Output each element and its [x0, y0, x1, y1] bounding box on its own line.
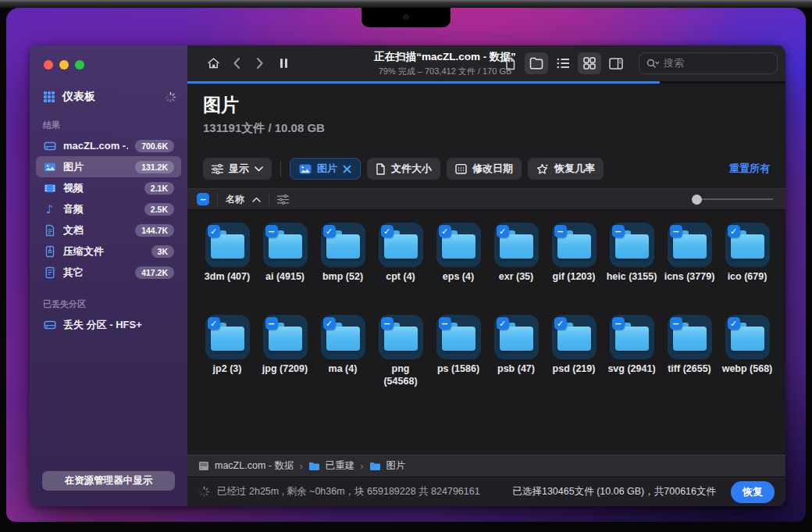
folder-tile[interactable]: ico (679): [721, 223, 773, 310]
sidebar-item-lost-partition[interactable]: 丢失 分区 - HFS+: [36, 314, 181, 335]
breadcrumb-item-source[interactable]: macZL.com - 数据: [215, 459, 294, 473]
folder-checkbox[interactable]: [497, 225, 509, 237]
folder-checkbox[interactable]: [323, 317, 336, 330]
folder-tile[interactable]: ai (4915): [259, 223, 311, 310]
count-badge: 3K: [151, 245, 174, 258]
sidebar-item-label: 其它: [63, 266, 128, 280]
folder-tile[interactable]: bmp (52): [317, 223, 369, 310]
folder-tile[interactable]: heic (3155): [606, 223, 657, 310]
folder-tile[interactable]: eps (4): [433, 223, 484, 310]
pause-scan-button[interactable]: [272, 52, 295, 74]
star-icon: [536, 163, 549, 175]
folder-checkbox[interactable]: [612, 225, 625, 237]
folder-tile[interactable]: psb (47): [490, 315, 542, 402]
sidebar-item-videos[interactable]: 视频 2.1K: [36, 177, 181, 198]
folder-tile[interactable]: webp (568): [721, 315, 773, 402]
filter-bar: 显示 图片: [187, 149, 785, 188]
icon-size-slider[interactable]: [692, 195, 773, 205]
folder-checkbox[interactable]: [612, 317, 625, 330]
zoom-window-button[interactable]: [75, 60, 84, 70]
name-column-header[interactable]: 名称: [226, 193, 244, 206]
sidebar-item-audio[interactable]: ♪ 音频 2.5K: [36, 198, 181, 220]
folder-checkbox[interactable]: [439, 317, 451, 330]
forward-button[interactable]: [248, 52, 272, 74]
breadcrumb-item-rebuilt[interactable]: 已重建: [326, 459, 355, 473]
folder-tile[interactable]: ma (4): [317, 315, 369, 402]
filter-chip-file-size[interactable]: 文件大小: [367, 158, 440, 180]
folder-label: cpt (4): [375, 271, 426, 284]
recover-button[interactable]: 恢复: [731, 481, 775, 503]
folder-checkbox[interactable]: [554, 225, 567, 237]
folder-tile[interactable]: cpt (4): [375, 223, 426, 310]
folder-checkbox[interactable]: [208, 317, 220, 330]
preview-panel-button[interactable]: [604, 52, 628, 74]
folder-checkbox[interactable]: [323, 225, 336, 237]
count-badge: 417.2K: [135, 266, 174, 279]
dashboard-grid-icon: [42, 91, 55, 103]
folder-checkbox[interactable]: [670, 225, 682, 237]
sidebar-item-documents[interactable]: 文档 144.7K: [36, 220, 181, 241]
home-button[interactable]: [201, 52, 225, 74]
sort-ascending-icon[interactable]: [252, 197, 261, 202]
folder-tile[interactable]: exr (35): [490, 223, 542, 310]
breadcrumb-item-pictures[interactable]: 图片: [386, 459, 406, 473]
slider-track: [702, 198, 773, 200]
show-filter-label: 显示: [229, 162, 249, 176]
slider-thumb[interactable]: [692, 195, 702, 205]
sidebar-item-dashboard[interactable]: 仪表板: [42, 90, 176, 104]
folder-checkbox[interactable]: [439, 225, 451, 237]
sidebar-item-label: 视频: [63, 181, 137, 195]
folder-checkbox[interactable]: [208, 225, 220, 237]
folder-checkbox[interactable]: [265, 225, 278, 237]
folder-checkbox[interactable]: [554, 317, 567, 330]
close-icon[interactable]: [343, 165, 351, 173]
reset-all-link[interactable]: 重置所有: [729, 162, 770, 176]
sidebar-item-label: 音频: [63, 202, 137, 216]
toolbar: 正在扫描“macZL.com - 数据” 79% 完成 – 703,412 文件…: [187, 45, 785, 81]
filter-chip-modify-date[interactable]: 修改日期: [447, 158, 522, 180]
folder-checkbox[interactable]: [670, 317, 682, 330]
display-wallpaper: 仪表板 结果: [6, 8, 806, 522]
filter-chip-pictures[interactable]: 图片: [290, 158, 361, 180]
show-in-explorer-button[interactable]: 在资源管理器中显示: [42, 471, 175, 491]
image-icon: [299, 164, 312, 174]
drive-icon: [43, 140, 56, 152]
minimize-window-button[interactable]: [59, 60, 69, 70]
folder-checkbox[interactable]: [265, 317, 278, 330]
folder-checkbox[interactable]: [381, 317, 394, 330]
column-settings-icon[interactable]: [277, 195, 289, 205]
sidebar-item-other[interactable]: 其它 417.2K: [36, 262, 181, 283]
sidebar-item-archives[interactable]: 压缩文件 3K: [36, 241, 181, 262]
folder-checkbox[interactable]: [728, 225, 740, 237]
content-header: 图片 131191文件 / 10.08 GB: [187, 84, 785, 149]
folder-tile[interactable]: tiff (2655): [664, 315, 715, 402]
folder-checkbox[interactable]: [381, 225, 394, 237]
search-input[interactable]: 搜索: [639, 52, 778, 74]
folder-checkbox[interactable]: [497, 317, 509, 330]
close-window-button[interactable]: [44, 60, 53, 70]
sidebar-item-pictures[interactable]: 图片 131.2K: [36, 156, 181, 177]
folder-tile[interactable]: jpg (7209): [259, 315, 311, 402]
folder-label: bmp (52): [317, 271, 369, 284]
folder-tile[interactable]: 3dm (407): [201, 223, 253, 310]
folder-tile[interactable]: png (54568): [375, 315, 426, 402]
count-badge: 2.1K: [144, 182, 174, 195]
drive-icon: [43, 319, 56, 331]
folder-tile[interactable]: jp2 (3): [201, 315, 253, 402]
sidebar-item-scan-source[interactable]: macZL.com -… 700.6K: [36, 135, 181, 156]
count-badge: 700.6K: [135, 140, 174, 152]
folder-tile[interactable]: ps (1586): [433, 315, 484, 402]
folder-tile[interactable]: gif (1203): [548, 223, 600, 310]
folder-label: webp (568): [721, 363, 773, 376]
folder-tile[interactable]: svg (2941): [606, 315, 657, 402]
folder-tile[interactable]: icns (3779): [664, 223, 715, 310]
folder-checkbox[interactable]: [728, 317, 740, 330]
archive-icon: [43, 245, 56, 258]
back-button[interactable]: [225, 52, 248, 74]
select-all-checkbox[interactable]: [197, 193, 209, 205]
folder-label: gif (1203): [548, 271, 600, 284]
show-filter-dropdown[interactable]: 显示: [203, 158, 272, 180]
sidebar-item-label: 文档: [63, 223, 128, 237]
folder-tile[interactable]: psd (219): [548, 315, 600, 402]
filter-chip-recovery-chance[interactable]: 恢复几率: [528, 158, 604, 180]
